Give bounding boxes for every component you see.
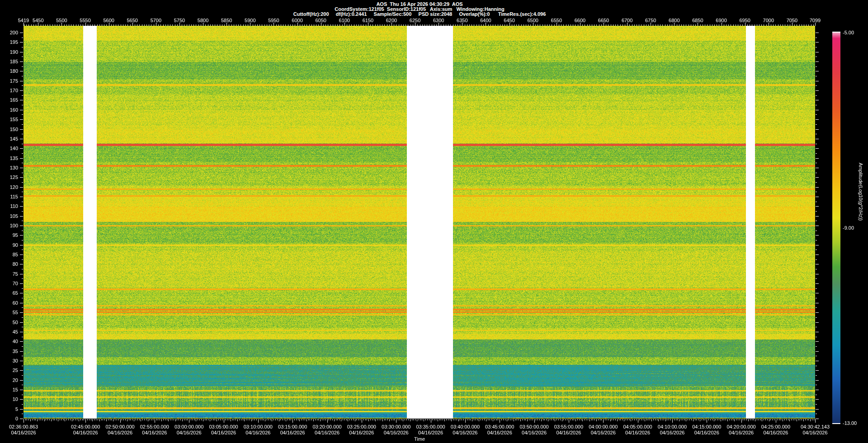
header-line-3: Cuttoff(Hz):200 df(Hz):0.2441 Sample/Sec… bbox=[293, 11, 546, 17]
top-axis-label: 6450 bbox=[498, 18, 521, 23]
left-axis-label: 10 bbox=[0, 396, 18, 402]
top-axis-label: 6300 bbox=[427, 18, 450, 23]
top-axis-label: 6800 bbox=[663, 18, 685, 23]
left-axis-label: 120 bbox=[0, 184, 18, 190]
spectrogram-app: AOS Thu 16 Apr 2026 04:30:29 AOS CoordSy… bbox=[0, 0, 868, 443]
top-axis-label: 6600 bbox=[569, 18, 591, 23]
left-axis-label: 115 bbox=[0, 194, 18, 199]
left-axis-label: 145 bbox=[0, 136, 18, 141]
top-axis-label: 5450 bbox=[27, 18, 49, 23]
left-axis-label: 140 bbox=[0, 146, 18, 151]
top-axis-label: 6000 bbox=[286, 18, 309, 23]
left-axis-label: 85 bbox=[0, 252, 18, 257]
left-axis-label: 60 bbox=[0, 300, 18, 306]
top-axis-label: 5700 bbox=[145, 18, 167, 23]
left-axis-label: 70 bbox=[0, 281, 18, 286]
top-axis-label: 5650 bbox=[121, 18, 144, 23]
left-axis-label: 190 bbox=[0, 49, 18, 55]
left-axis-label: 30 bbox=[0, 358, 18, 363]
left-axis-label: 15 bbox=[0, 387, 18, 392]
time-label: 04:25:00.000 bbox=[755, 424, 796, 429]
left-axis-label: 25 bbox=[0, 368, 18, 373]
time-label: 04:30:42.143 bbox=[795, 424, 835, 429]
left-axis-label: 130 bbox=[0, 165, 18, 170]
time-axis-title: Time bbox=[414, 436, 425, 442]
left-axis-label: 165 bbox=[0, 97, 18, 103]
top-axis-label: 6900 bbox=[710, 18, 733, 23]
top-axis-label: 7050 bbox=[781, 18, 803, 23]
top-axis-label: 6750 bbox=[639, 18, 662, 23]
top-axis-label: 5550 bbox=[74, 18, 97, 23]
top-axis-label: 6500 bbox=[522, 18, 544, 23]
left-axis-label: 100 bbox=[0, 223, 18, 228]
top-axis-label: 5950 bbox=[262, 18, 285, 23]
top-axis-label: 5900 bbox=[239, 18, 261, 23]
left-axis-label: 135 bbox=[0, 156, 18, 161]
date-label: 04/16/2026 bbox=[755, 430, 796, 435]
colorbar-tick-mid: -9.00 bbox=[843, 225, 854, 231]
top-axis-label: 6700 bbox=[616, 18, 638, 23]
top-axis-label: 5800 bbox=[192, 18, 214, 23]
colorbar bbox=[832, 33, 840, 423]
top-axis-label: 6250 bbox=[404, 18, 426, 23]
date-label: 04/16/2026 bbox=[795, 430, 835, 435]
top-axis-label: 6200 bbox=[380, 18, 403, 23]
left-axis-label: 150 bbox=[0, 127, 18, 132]
left-axis-label: 195 bbox=[0, 39, 18, 45]
left-axis-label: 185 bbox=[0, 59, 18, 64]
colorbar-tick-min: -13.00 bbox=[843, 420, 857, 426]
left-axis-label: 200 bbox=[0, 30, 18, 35]
top-axis-label: 6400 bbox=[474, 18, 497, 23]
left-axis-label: 45 bbox=[0, 329, 18, 335]
top-axis-label: 6650 bbox=[592, 18, 615, 23]
left-axis-label: 5 bbox=[0, 406, 18, 412]
left-axis-label: 75 bbox=[0, 271, 18, 277]
top-axis-label: 5600 bbox=[98, 18, 120, 23]
colorbar-axis-title: Amplitude(Log10(g^2/Hz)) bbox=[858, 163, 863, 221]
top-axis-label: 6150 bbox=[357, 18, 379, 23]
left-axis-label: 0 bbox=[0, 416, 18, 421]
top-axis-label: 7000 bbox=[757, 18, 780, 23]
left-axis-label: 125 bbox=[0, 174, 18, 180]
time-label: 02:36:00.863 bbox=[3, 424, 44, 429]
top-axis-label: 6850 bbox=[686, 18, 709, 23]
left-axis-label: 80 bbox=[0, 261, 18, 267]
left-axis-label: 180 bbox=[0, 68, 18, 74]
spectrogram-canvas[interactable] bbox=[24, 26, 815, 419]
top-axis-label: 7099 bbox=[804, 18, 826, 23]
top-axis-label: 6550 bbox=[545, 18, 568, 23]
top-axis-label: 5500 bbox=[50, 18, 73, 23]
left-axis-label: 110 bbox=[0, 203, 18, 209]
colorbar-tick-max: -5.00 bbox=[843, 30, 854, 35]
left-axis-label: 20 bbox=[0, 377, 18, 383]
left-axis-label: 35 bbox=[0, 349, 18, 354]
left-axis-label: 105 bbox=[0, 213, 18, 219]
left-axis-label: 55 bbox=[0, 310, 18, 315]
top-axis-label: 6100 bbox=[333, 18, 356, 23]
date-label: 04/16/2026 bbox=[3, 430, 44, 435]
left-axis-label: 155 bbox=[0, 117, 18, 122]
left-axis-label: 95 bbox=[0, 232, 18, 238]
top-axis-label: 5850 bbox=[215, 18, 238, 23]
left-axis-label: 50 bbox=[0, 320, 18, 325]
left-axis-label: 90 bbox=[0, 242, 18, 248]
top-axis-label: 6050 bbox=[310, 18, 332, 23]
left-axis-label: 160 bbox=[0, 107, 18, 113]
left-axis-label: 40 bbox=[0, 339, 18, 344]
top-axis-label: 6350 bbox=[451, 18, 473, 23]
left-axis-label: 175 bbox=[0, 78, 18, 84]
left-axis-label: 170 bbox=[0, 88, 18, 93]
top-axis-label: 6950 bbox=[734, 18, 756, 23]
left-axis-label: 65 bbox=[0, 290, 18, 296]
top-axis-label: 5750 bbox=[168, 18, 191, 23]
